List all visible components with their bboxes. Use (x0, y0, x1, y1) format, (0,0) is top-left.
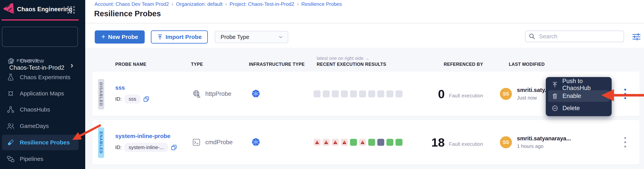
id-label: ID: (115, 144, 122, 150)
fault-execution-label: Fault execution (449, 93, 483, 99)
referenced-by-cell: 18 Fault execution (420, 120, 483, 164)
modified-by-user: smriti.saty... (517, 87, 549, 93)
execution-result (323, 90, 330, 97)
execution-result (350, 139, 357, 146)
breadcrumb-separator: › (172, 1, 173, 7)
infrastructure-type-cell (251, 72, 260, 116)
execution-result (386, 139, 393, 146)
execution-result (314, 139, 320, 146)
page-title: Resilience Probes (94, 9, 161, 18)
sidebar-item-chaos-experiments[interactable]: Chaos Experiments (2, 70, 79, 85)
sidebar-item-application-maps[interactable]: Application Maps (2, 86, 79, 101)
last-modified-cell: SS smriti.satyanaraya... 1 hours ago (500, 120, 571, 164)
chevron-down-icon (278, 34, 283, 40)
search-box (525, 30, 624, 42)
app-title: Chaos Engineering (17, 6, 72, 13)
harness-chaos-logo-icon (3, 3, 15, 15)
execution-result (314, 90, 320, 97)
breadcrumb-separator: › (225, 1, 227, 7)
probe-type-dropdown[interactable]: Probe Type (215, 31, 288, 43)
execution-result (377, 139, 384, 146)
sidebar-item-overview[interactable]: Overview (2, 53, 79, 68)
probe-name-link[interactable]: sss (115, 84, 125, 91)
project-selector[interactable]: PROJECT Chaos-Test-in-Prod2 › (2, 27, 78, 47)
breadcrumb: Account: Chaos Dev Team Prod2 › Organiza… (94, 1, 342, 7)
modified-time: 1 hours ago (517, 143, 571, 149)
sidebar-item-gamedays[interactable]: GameDays (2, 118, 79, 134)
probe-type-label: cmdProbe (205, 139, 232, 146)
sidebar-item-label: Overview (20, 58, 44, 64)
execution-result (359, 90, 366, 97)
execution-result (386, 90, 393, 97)
sidebar-item-label: Application Maps (20, 90, 64, 97)
probe-type-cell: httpProbe (192, 72, 231, 116)
column-header-infrastructure-type: INFRASTRUCTURE TYPE (249, 62, 305, 67)
avatar: SS (500, 88, 512, 100)
probe-type-label: httpProbe (205, 90, 231, 97)
row-actions-menu-button[interactable] (620, 120, 631, 164)
status-badge: DISABLED (98, 79, 104, 110)
menu-item-label: Delete (562, 105, 580, 112)
test-tube-icon (6, 138, 15, 146)
modified-time: Just now (517, 95, 549, 101)
import-probe-button[interactable]: Import Probe (151, 30, 208, 44)
search-input[interactable] (539, 33, 620, 40)
fault-execution-count: 0 (420, 87, 445, 101)
sidebar-item-pipelines[interactable]: Pipelines (2, 151, 79, 167)
execution-result (341, 139, 348, 146)
execution-result (396, 90, 402, 97)
breadcrumb-account[interactable]: Account: Chaos Dev Team Prod2 (94, 1, 169, 7)
plus-icon: + (101, 33, 105, 41)
pipeline-icon (6, 155, 15, 163)
breadcrumb-project[interactable]: Project: Chaos-Test-in-Prod2 (230, 1, 294, 7)
breadcrumb-current[interactable]: Resilience Probes (301, 1, 342, 7)
execution-result (368, 90, 375, 97)
fault-execution-label: Fault execution (449, 141, 483, 147)
sidebar: Chaos Engineering PROJECT Chaos-Test-in-… (0, 0, 85, 169)
execution-result (332, 139, 339, 146)
menu-item-push-to-chaoshub[interactable]: Push to ChaosHub (546, 79, 612, 90)
sidebar-item-label: Pipelines (20, 156, 44, 162)
filter-sliders-icon[interactable] (632, 32, 641, 42)
sidebar-item-label: ChaosHubs (20, 106, 50, 113)
push-up-icon (552, 81, 558, 88)
column-header-recent-execution-results: RECENT EXECUTION RESULTS (317, 62, 386, 67)
import-probe-label: Import Probe (166, 34, 202, 40)
breadcrumb-separator: › (297, 1, 299, 7)
table-row[interactable]: ENABLED system-inline-probe ID: system-i… (92, 120, 640, 164)
referenced-by-cell: 0 Fault execution (420, 72, 483, 116)
execution-results-cell (314, 120, 402, 164)
sidebar-item-chaoshubs[interactable]: ChaosHubs (2, 102, 79, 117)
new-probe-button[interactable]: + New Probe (95, 30, 145, 44)
status-badge: ENABLED (98, 128, 104, 158)
probe-id-row: ID: system-inline-... (115, 143, 177, 152)
execution-result (332, 90, 339, 97)
trash-icon (552, 93, 558, 99)
column-header-referenced-by: REFERENCED BY (444, 62, 483, 67)
last-modified-cell: SS smriti.saty... Just now (500, 72, 549, 116)
upload-icon (157, 34, 163, 40)
sidebar-item-label: GameDays (20, 123, 49, 129)
column-header-last-modified: LAST MODIFIED (509, 62, 545, 67)
toolbar: + New Probe Import Probe Probe Type (85, 24, 644, 48)
probe-name-link[interactable]: system-inline-probe (115, 133, 170, 140)
menu-item-label: Push to ChaosHub (562, 78, 612, 92)
menu-item-enable[interactable]: Enable (548, 90, 609, 102)
fault-execution-count: 18 (420, 136, 445, 149)
home-icon (6, 57, 15, 65)
network-icon (6, 106, 15, 114)
row-actions-menu-button[interactable] (620, 72, 631, 116)
sidebar-item-resilience-probes[interactable]: Resilience Probes (2, 135, 79, 150)
module-grid-icon[interactable] (67, 6, 76, 14)
globe-warning-icon (192, 89, 201, 98)
new-probe-label: New Probe (108, 34, 138, 40)
infrastructure-type-cell (251, 120, 260, 164)
copy-icon[interactable] (171, 144, 177, 150)
menu-item-delete[interactable]: Delete (546, 102, 612, 114)
modified-by-user: smriti.satyanaraya... (517, 135, 571, 142)
execution-result (341, 90, 348, 97)
breadcrumb-organization[interactable]: Organization: default (176, 1, 222, 7)
copy-icon[interactable] (143, 96, 149, 102)
search-icon (528, 33, 536, 40)
probe-id-value: sss (124, 94, 140, 104)
